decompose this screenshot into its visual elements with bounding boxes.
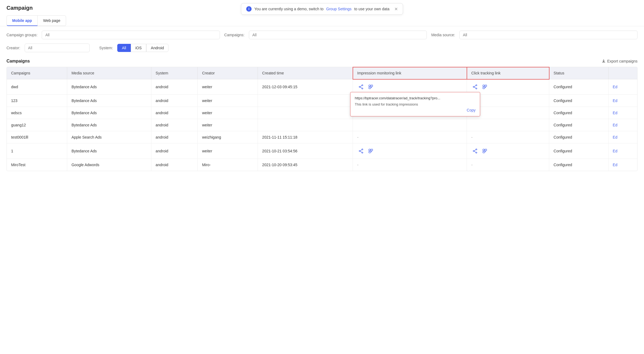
- export-campaigns-button[interactable]: Export campaigns: [602, 59, 638, 63]
- table-row: wdscs Bytedance Ads android weiter Confi…: [7, 107, 637, 119]
- svg-rect-35: [485, 151, 486, 152]
- th-system: System: [151, 67, 198, 79]
- cell-created-time: [258, 107, 353, 119]
- cell-media-source: Bytedance Ads: [67, 119, 151, 131]
- svg-point-20: [362, 152, 363, 153]
- svg-point-27: [476, 149, 477, 150]
- campaigns-table-wrapper: Campaigns Media source System Creator Cr…: [6, 67, 638, 171]
- table-row: guang12 Bytedance Ads android weiter Con…: [7, 119, 637, 131]
- popup-copy-button[interactable]: Copy: [355, 108, 476, 112]
- qr-icon[interactable]: [367, 83, 375, 91]
- cell-creator: Miro-: [198, 159, 258, 171]
- tab-web-page[interactable]: Web page: [37, 15, 66, 26]
- svg-line-3: [360, 86, 362, 87]
- cell-creator: weiter: [198, 143, 258, 159]
- banner-text-before: You are currently using a demo, switch t…: [254, 7, 324, 11]
- share-icon[interactable]: [471, 147, 479, 155]
- cell-status: Configured: [549, 159, 609, 171]
- th-media-source: Media source: [67, 67, 151, 79]
- svg-rect-6: [371, 85, 373, 87]
- cell-media-source: Apple Search Ads: [67, 131, 151, 143]
- media-source-input[interactable]: [459, 31, 638, 39]
- popup-url: https://bptracer.com/datatracer/ad_track…: [355, 96, 476, 100]
- svg-line-31: [474, 151, 476, 152]
- th-click-link: Click tracking link: [467, 67, 549, 79]
- th-created-time: Created time: [258, 67, 353, 79]
- th-impression-link: Impression monitoring link: [353, 67, 467, 79]
- campaigns-input[interactable]: [249, 31, 427, 39]
- cell-click-link: -: [467, 131, 549, 143]
- system-ios-button[interactable]: iOS: [131, 44, 146, 52]
- cell-created-time: 2021-10-20 09:53:45: [258, 159, 353, 171]
- th-campaigns: Campaigns: [7, 67, 67, 79]
- system-android-button[interactable]: Android: [146, 44, 168, 52]
- banner-close-button[interactable]: ✕: [394, 6, 398, 12]
- svg-rect-16: [483, 87, 484, 89]
- cell-media-source: Bytedance Ads: [67, 143, 151, 159]
- group-settings-link[interactable]: Group Settings: [326, 7, 352, 11]
- svg-rect-33: [485, 149, 487, 151]
- cell-edit[interactable]: Ed: [608, 95, 637, 107]
- cell-impression-link-popup: https://bptracer.com/datatracer/ad_track…: [353, 95, 549, 107]
- cell-campaign: MiroTest: [7, 159, 67, 171]
- tab-mobile-app[interactable]: Mobile app: [6, 15, 38, 26]
- campaigns-label: Campaigns:: [224, 33, 245, 37]
- share-icon[interactable]: [357, 147, 365, 155]
- cell-media-source: Bytedance Ads: [67, 79, 151, 95]
- cell-edit[interactable]: Ed: [608, 79, 637, 95]
- svg-rect-17: [485, 87, 486, 88]
- svg-line-30: [474, 150, 476, 151]
- cell-created-time: [258, 119, 353, 131]
- svg-point-19: [359, 150, 360, 152]
- svg-line-13: [474, 87, 476, 88]
- share-icon[interactable]: [471, 83, 479, 91]
- cell-status: Configured: [549, 131, 609, 143]
- cell-edit[interactable]: Ed: [608, 119, 637, 131]
- cell-edit[interactable]: Ed: [608, 131, 637, 143]
- cell-click-link: [467, 143, 549, 159]
- cell-status: Configured: [549, 119, 609, 131]
- campaigns-table: Campaigns Media source System Creator Cr…: [7, 67, 637, 171]
- cell-edit[interactable]: Ed: [608, 107, 637, 119]
- cell-creator: weizhigang: [198, 131, 258, 143]
- cell-system: android: [151, 159, 198, 171]
- cell-edit[interactable]: Ed: [608, 159, 637, 171]
- creator-input[interactable]: [25, 44, 90, 52]
- system-all-button[interactable]: All: [117, 44, 131, 52]
- cell-creator: weiter: [198, 79, 258, 95]
- svg-rect-8: [371, 87, 372, 88]
- cell-media-source: Bytedance Ads: [67, 107, 151, 119]
- th-status: Status: [549, 67, 609, 79]
- campaign-groups-input[interactable]: [42, 31, 220, 39]
- svg-line-4: [360, 87, 362, 88]
- info-icon: i: [246, 6, 252, 12]
- cell-system: android: [151, 143, 198, 159]
- cell-impression-link: [353, 143, 467, 159]
- filters-row1: Campaign groups: Campaigns: Media source…: [0, 26, 644, 44]
- system-buttons: All iOS Android: [117, 44, 168, 52]
- svg-point-29: [476, 152, 477, 153]
- media-source-label: Media source:: [431, 33, 455, 37]
- cell-click-link: -: [467, 159, 549, 171]
- th-creator: Creator: [198, 67, 258, 79]
- cell-created-time: 2021-10-21 03:54:56: [258, 143, 353, 159]
- campaign-groups-label: Campaign groups:: [6, 33, 37, 37]
- qr-icon[interactable]: [367, 147, 375, 155]
- cell-system: android: [151, 131, 198, 143]
- impression-popup: https://bptracer.com/datatracer/ad_track…: [350, 92, 480, 116]
- share-icon[interactable]: [357, 83, 365, 91]
- svg-point-10: [473, 86, 474, 87]
- qr-icon[interactable]: [481, 83, 489, 91]
- cell-creator: weiter: [198, 119, 258, 131]
- cell-media-source: Bytedance Ads: [67, 95, 151, 107]
- svg-rect-32: [483, 149, 484, 151]
- cell-impression-link: [353, 119, 467, 131]
- svg-rect-24: [371, 149, 373, 151]
- cell-edit[interactable]: Ed: [608, 143, 637, 159]
- cell-created-time: 2021-11-11 15:11:18: [258, 131, 353, 143]
- filters-row2: Creator: System: All iOS Android: [0, 44, 644, 57]
- cell-creator: weiter: [198, 95, 258, 107]
- campaigns-section-title: Campaigns: [6, 59, 30, 64]
- cell-system: android: [151, 119, 198, 131]
- qr-icon[interactable]: [481, 147, 489, 155]
